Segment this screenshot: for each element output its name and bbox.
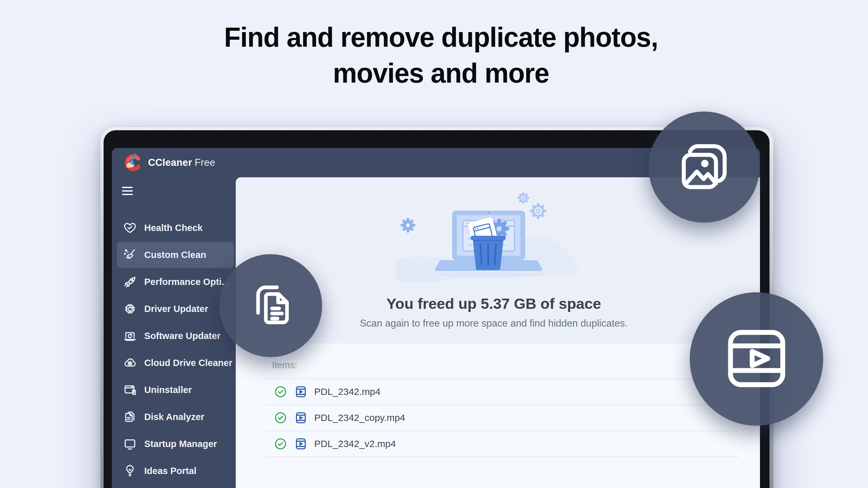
photos-overlay-badge xyxy=(648,112,760,223)
sidebar-item-label: Driver Updater xyxy=(144,304,208,314)
page-title-line1: Find and remove duplicate photos, xyxy=(224,19,658,55)
uninstaller-icon xyxy=(123,383,137,397)
brand-edition: Free xyxy=(195,157,215,168)
page-title-line2: movies and more xyxy=(224,55,658,91)
sidebar: Health CheckCustom CleanPerformance Opti… xyxy=(112,177,236,488)
sidebar-item-label: Startup Manager xyxy=(144,439,217,449)
photos-stack-icon xyxy=(673,136,735,199)
monitor-icon xyxy=(123,436,137,451)
video-player-icon xyxy=(719,321,794,397)
cleaning-illustration xyxy=(396,192,586,286)
check-circle-icon xyxy=(274,411,287,425)
sidebar-item-uninstaller[interactable]: Uninstaller xyxy=(117,377,234,403)
sidebar-item-disk-analyzer[interactable]: Disk Analyzer xyxy=(117,404,234,430)
sidebar-item-label: Custom Clean xyxy=(144,250,206,260)
heart-check-icon xyxy=(123,220,137,235)
sidebar-item-custom-clean[interactable]: Custom Clean xyxy=(117,242,234,268)
file-name: PDL_2342_copy.mp4 xyxy=(314,413,405,423)
sidebar-item-cloud-drive-cleaner[interactable]: Cloud Drive Cleaner xyxy=(117,350,234,376)
file-name: PDL_2342.mp4 xyxy=(314,386,380,397)
sidebar-item-label: Cloud Drive Cleaner xyxy=(144,358,232,368)
documents-icon xyxy=(123,409,137,424)
brand: CCleanerFree xyxy=(124,153,215,172)
laptop-refresh-icon xyxy=(123,329,137,343)
sidebar-item-performance-opti[interactable]: Performance Opti... xyxy=(117,269,234,295)
video-file-icon xyxy=(294,385,308,399)
sidebar-item-label: Performance Opti... xyxy=(144,277,229,287)
items-label: Items: xyxy=(272,360,297,370)
sidebar-item-ideas-portal[interactable]: Ideas Portal xyxy=(117,458,234,484)
video-overlay-badge xyxy=(690,292,823,426)
sidebar-item-driver-updater[interactable]: Driver Updater xyxy=(117,296,234,322)
video-file-icon xyxy=(294,411,308,425)
sidebar-item-label: Disk Analyzer xyxy=(144,412,204,422)
lightbulb-icon xyxy=(123,463,137,478)
app-title: CCleanerFree xyxy=(148,157,215,169)
chip-refresh-icon xyxy=(123,302,137,316)
check-circle-icon xyxy=(274,385,287,399)
cloud-gear-icon xyxy=(123,356,137,370)
sidebar-item-label: Health Check xyxy=(144,223,203,233)
sidebar-item-label: Software Updater xyxy=(144,331,220,341)
page: Find and remove duplicate photos, movies… xyxy=(0,0,868,488)
check-circle-icon xyxy=(274,437,287,451)
broom-icon xyxy=(123,247,137,262)
sidebar-item-label: Ideas Portal xyxy=(144,466,196,476)
video-file-icon xyxy=(294,437,308,451)
file-row-pdl-2342-mp4[interactable]: PDL_2342.mp4 xyxy=(265,379,739,405)
sidebar-item-label: Uninstaller xyxy=(144,385,192,395)
sidebar-item-startup-manager[interactable]: Startup Manager xyxy=(117,431,234,457)
brand-name: CCleaner xyxy=(148,157,192,168)
menu-icon[interactable] xyxy=(122,187,133,197)
sidebar-nav: Health CheckCustom CleanPerformance Opti… xyxy=(112,214,236,484)
ccleaner-logo-icon xyxy=(124,153,142,172)
page-title: Find and remove duplicate photos, movies… xyxy=(224,19,658,91)
items-section: Items: PDL_2342.mp4PDL_2342_copy.mp4PDL_… xyxy=(236,343,760,488)
rocket-icon xyxy=(123,274,137,289)
file-row-pdl-2342-v2-mp4[interactable]: PDL_2342_v2.mp4 xyxy=(265,431,739,457)
items-list: PDL_2342.mp4PDL_2342_copy.mp4PDL_2342_v2… xyxy=(265,378,739,457)
sidebar-item-software-updater[interactable]: Software Updater xyxy=(117,323,234,349)
documents-overlay-badge xyxy=(219,254,322,357)
documents-stack-icon xyxy=(243,277,299,334)
file-name: PDL_2342_v2.mp4 xyxy=(314,438,396,449)
sidebar-item-health-check[interactable]: Health Check xyxy=(117,215,234,241)
file-row-pdl-2342-copy-mp4[interactable]: PDL_2342_copy.mp4 xyxy=(265,405,739,431)
